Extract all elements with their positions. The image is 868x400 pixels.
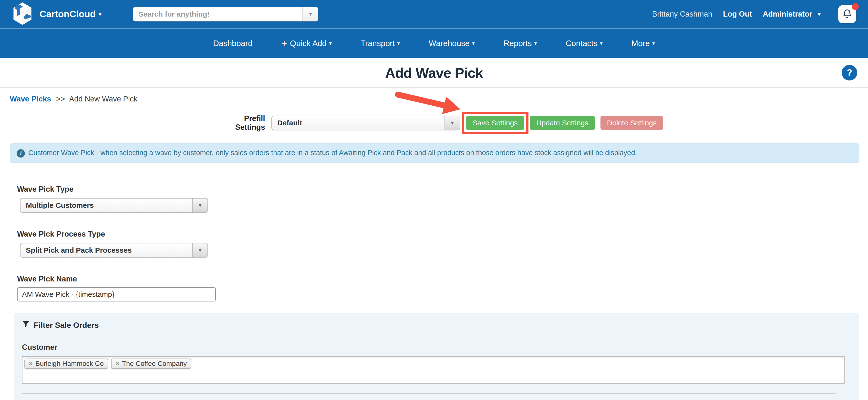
- chevron-down-icon: ▾: [99, 11, 101, 18]
- wave-pick-name-input[interactable]: [17, 287, 216, 301]
- customer-tag-label: Burleigh Hammock Co: [35, 360, 104, 368]
- update-settings-button[interactable]: Update Settings: [530, 116, 595, 130]
- prefill-settings-label: Prefill Settings: [217, 114, 265, 132]
- chevron-down-icon: ▾: [329, 40, 332, 46]
- bell-icon: [842, 8, 852, 20]
- filter-panel-header[interactable]: Filter Sale Orders: [22, 320, 849, 330]
- main-nav: Dashboard + Quick Add ▾ Transport ▾ Ware…: [0, 29, 868, 58]
- chevron-down-icon: ▼: [444, 116, 460, 130]
- nav-contacts[interactable]: Contacts ▾: [566, 39, 603, 48]
- breadcrumb-current: Add New Wave Pick: [69, 95, 137, 103]
- process-type-value: Split Pick and Pack Processes: [21, 246, 192, 255]
- remove-tag-icon[interactable]: ×: [116, 360, 119, 368]
- brand-menu[interactable]: CartonCloud ▾: [12, 2, 101, 26]
- chevron-down-icon: ▾: [397, 40, 400, 46]
- remove-tag-icon[interactable]: ×: [29, 360, 33, 368]
- breadcrumb-separator: >>: [56, 95, 65, 103]
- process-type-select[interactable]: Split Pick and Pack Processes ▼: [20, 243, 208, 258]
- logout-button[interactable]: Log Out: [723, 10, 752, 19]
- nav-warehouse[interactable]: Warehouse ▾: [429, 39, 475, 48]
- info-banner-text: Customer Wave Pick - when selecting a wa…: [28, 149, 637, 157]
- prefill-buttons: Save Settings Update Settings Delete Set…: [466, 116, 663, 130]
- customer-label: Customer: [22, 343, 849, 352]
- prefill-settings-value: Default: [272, 119, 444, 127]
- annotation-arrow: [394, 91, 465, 118]
- wave-pick-type-value: Multiple Customers: [21, 201, 192, 209]
- filter-panel-title: Filter Sale Orders: [34, 321, 99, 330]
- chevron-down-icon: ▼: [192, 199, 208, 212]
- prefill-settings-row: Prefill Settings Default ▼ Save Settings…: [217, 114, 663, 132]
- user-name: Brittany Cashman: [652, 10, 712, 19]
- chevron-down-icon: ▾: [818, 11, 820, 18]
- chevron-down-icon: ▾: [652, 40, 655, 46]
- nav-dashboard[interactable]: Dashboard: [213, 39, 252, 48]
- chevron-down-icon: ▾: [600, 40, 603, 46]
- nav-quick-add[interactable]: + Quick Add ▾: [281, 39, 332, 48]
- save-settings-button[interactable]: Save Settings: [466, 116, 524, 130]
- chevron-down-icon: ▼: [308, 11, 313, 17]
- main-content: Wave Picks >> Add New Wave Pick Prefill …: [0, 88, 868, 400]
- header-right: Brittany Cashman Log Out Administrator ▾: [652, 5, 856, 23]
- prefill-settings-select[interactable]: Default ▼: [272, 115, 460, 130]
- wave-pick-type-select[interactable]: Multiple Customers ▼: [20, 198, 208, 213]
- nav-more[interactable]: More ▾: [631, 39, 655, 48]
- brand-name: CartonCloud: [39, 9, 96, 20]
- title-bar: Add Wave Pick ?: [0, 58, 868, 88]
- notifications-button[interactable]: [838, 5, 856, 23]
- customer-tag-label: The Coffee Company: [122, 360, 187, 368]
- process-type-label: Wave Pick Process Type: [17, 230, 105, 238]
- info-icon: i: [17, 149, 25, 158]
- global-search[interactable]: ▼: [133, 7, 318, 22]
- chevron-down-icon: ▾: [472, 40, 475, 46]
- role-menu[interactable]: Administrator ▾: [763, 10, 820, 19]
- breadcrumb: Wave Picks >> Add New Wave Pick: [10, 95, 137, 103]
- help-button[interactable]: ?: [842, 65, 857, 80]
- save-settings-wrap: Save Settings: [466, 116, 524, 130]
- search-input[interactable]: [133, 10, 303, 18]
- delete-settings-button[interactable]: Delete Settings: [600, 116, 663, 130]
- filter-funnel-icon: [22, 320, 30, 330]
- customer-tag: × The Coffee Company: [111, 359, 191, 369]
- chevron-down-icon: ▾: [534, 40, 537, 46]
- customer-multiselect[interactable]: × Burleigh Hammock Co × The Coffee Compa…: [22, 356, 844, 384]
- chevron-down-icon: ▼: [192, 243, 208, 257]
- breadcrumb-wave-picks-link[interactable]: Wave Picks: [10, 95, 51, 103]
- filter-sale-orders-panel: Filter Sale Orders Customer × Burleigh H…: [14, 313, 859, 400]
- info-banner: i Customer Wave Pick - when selecting a …: [10, 143, 859, 163]
- search-dropdown-toggle[interactable]: ▼: [303, 7, 318, 21]
- notification-badge: [852, 3, 859, 10]
- page-title: Add Wave Pick: [385, 65, 483, 81]
- wave-pick-type-label: Wave Pick Type: [17, 185, 73, 194]
- cartoncloud-logo-icon: [12, 2, 33, 26]
- panel-divider: [22, 393, 836, 394]
- wave-pick-name-label: Wave Pick Name: [17, 275, 77, 284]
- question-icon: ?: [847, 68, 852, 78]
- customer-tag: × Burleigh Hammock Co: [24, 359, 108, 369]
- role-label: Administrator: [763, 10, 812, 19]
- top-header: CartonCloud ▾ ▼ Brittany Cashman Log Out…: [0, 0, 868, 29]
- nav-transport[interactable]: Transport ▾: [361, 39, 400, 48]
- nav-reports[interactable]: Reports ▾: [503, 39, 537, 48]
